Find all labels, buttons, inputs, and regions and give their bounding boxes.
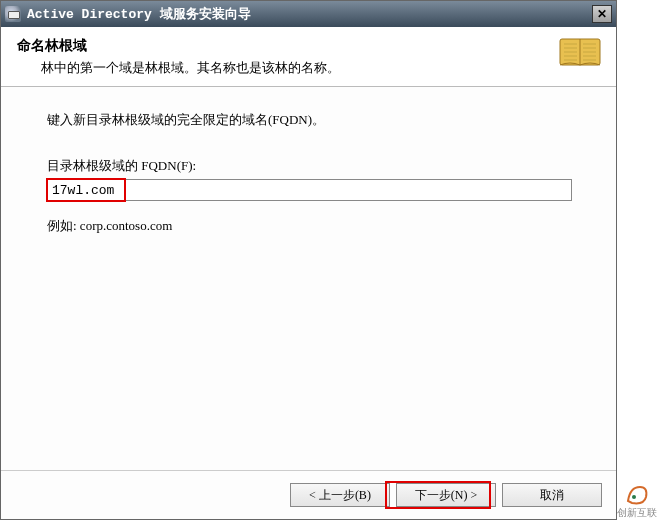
page-heading: 命名林根域	[17, 37, 600, 55]
svg-point-1	[632, 495, 636, 499]
window-title: Active Directory 域服务安装向导	[27, 5, 592, 23]
book-icon	[558, 35, 602, 69]
cancel-button[interactable]: 取消	[502, 483, 602, 507]
watermark-text: 创新互联	[617, 507, 657, 518]
wizard-window: Active Directory 域服务安装向导 ✕ 命名林根域 林中的第一个域…	[0, 0, 617, 520]
close-button[interactable]: ✕	[592, 5, 612, 23]
wizard-footer: < 上一步(B) 下一步(N) > 取消	[290, 483, 602, 507]
page-subtitle: 林中的第一个域是林根域。其名称也是该林的名称。	[41, 59, 600, 77]
instruction-text: 键入新目录林根级域的完全限定的域名(FQDN)。	[47, 111, 570, 129]
example-text: 例如: corp.contoso.com	[47, 217, 570, 235]
titlebar: Active Directory 域服务安装向导 ✕	[1, 1, 616, 27]
wizard-content: 键入新目录林根级域的完全限定的域名(FQDN)。 目录林根级域的 FQDN(F)…	[1, 87, 616, 245]
back-button[interactable]: < 上一步(B)	[290, 483, 390, 507]
fqdn-input-wrap	[47, 179, 570, 201]
watermark: 创新互联	[615, 481, 659, 518]
next-button[interactable]: 下一步(N) >	[396, 483, 496, 507]
fqdn-label: 目录林根级域的 FQDN(F):	[47, 157, 570, 175]
wizard-header: 命名林根域 林中的第一个域是林根域。其名称也是该林的名称。	[1, 27, 616, 87]
fqdn-input[interactable]	[47, 179, 572, 201]
separator	[1, 470, 616, 471]
app-icon	[5, 6, 21, 22]
